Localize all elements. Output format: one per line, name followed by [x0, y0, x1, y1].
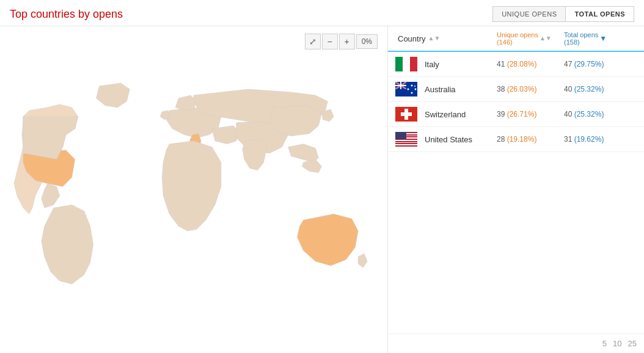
- th-total-opens[interactable]: Total opens (158) ▼: [564, 31, 631, 46]
- map-controls: ⤢ − + 0%: [305, 34, 378, 49]
- world-map: [5, 31, 382, 348]
- country-sort-icon[interactable]: ▲▼: [428, 35, 441, 42]
- th-country-label: Country: [398, 34, 426, 43]
- td-unique-opens: 39 (26.71%): [497, 110, 564, 118]
- tab-group: UNIQUE OPENS TOTAL OPENS: [492, 6, 634, 22]
- table-header: Country ▲▼ Unique opens (146) ▲▼ Total o…: [388, 26, 644, 52]
- page-title: Top countries by opens: [10, 8, 123, 21]
- tab-total-opens[interactable]: TOTAL OPENS: [566, 7, 634, 21]
- total-sort-icon[interactable]: ▼: [599, 34, 607, 43]
- td-flag: [388, 57, 425, 71]
- map-reset-button[interactable]: ⤢: [305, 34, 321, 49]
- svg-point-11: [415, 89, 417, 90]
- td-total-opens: 31 (19.62%): [564, 135, 631, 144]
- page-size-5[interactable]: 5: [602, 339, 607, 348]
- flag-italy: [395, 57, 417, 71]
- td-unique-opens: 41 (28.08%): [497, 60, 564, 68]
- td-unique-opens: 28 (19.18%): [497, 135, 564, 144]
- svg-point-8: [411, 85, 413, 87]
- unique-sort-icon[interactable]: ▲▼: [540, 35, 552, 42]
- flag-united-states: [395, 132, 417, 147]
- pagination: 5 10 25: [388, 333, 644, 353]
- td-country-name: Italy: [425, 60, 497, 69]
- map-zoom-value: 0%: [356, 34, 378, 49]
- svg-point-10: [408, 89, 409, 90]
- th-unique-label: Unique opens: [497, 31, 538, 38]
- td-country-name: United States: [425, 135, 497, 144]
- th-unique-opens[interactable]: Unique opens (146) ▲▼: [497, 31, 564, 46]
- th-total-count: (158): [564, 38, 598, 46]
- th-total-label: Total opens: [564, 31, 598, 38]
- map-zoom-out-button[interactable]: −: [322, 34, 338, 49]
- page-size-25[interactable]: 25: [628, 339, 637, 348]
- td-country-name: Australia: [425, 85, 497, 94]
- td-total-opens: 40 (25.32%): [564, 110, 631, 118]
- th-unique-count: (146): [497, 38, 538, 46]
- tab-unique-opens[interactable]: UNIQUE OPENS: [493, 7, 566, 21]
- table-row[interactable]: Australia 38 (26.03%) 40 (25.32%): [388, 77, 644, 102]
- flag-australia: [395, 82, 417, 96]
- td-flag: [388, 132, 425, 147]
- td-unique-opens: 38 (26.03%): [497, 85, 564, 93]
- page-size-10[interactable]: 10: [613, 339, 621, 348]
- table-row[interactable]: Switzerland 39 (26.71%) 40 (25.32%): [388, 102, 644, 127]
- td-total-opens: 47 (29.75%): [564, 60, 631, 68]
- table-area: Country ▲▼ Unique opens (146) ▲▼ Total o…: [387, 26, 644, 353]
- th-country[interactable]: Country ▲▼: [388, 34, 497, 43]
- svg-point-12: [414, 86, 415, 87]
- table-body: Italy 41 (28.08%) 47 (29.75%): [388, 52, 644, 333]
- map-zoom-in-button[interactable]: +: [339, 34, 355, 49]
- td-country-name: Switzerland: [425, 110, 497, 119]
- td-total-opens: 40 (25.32%): [564, 85, 631, 93]
- svg-point-9: [411, 92, 413, 94]
- map-area: ⤢ − + 0%: [0, 26, 387, 353]
- td-flag: [388, 82, 425, 96]
- table-row[interactable]: Italy 41 (28.08%) 47 (29.75%): [388, 52, 644, 77]
- td-flag: [388, 107, 425, 122]
- flag-switzerland: [395, 107, 417, 122]
- table-row[interactable]: United States 28 (19.18%) 31 (19.62%): [388, 127, 644, 152]
